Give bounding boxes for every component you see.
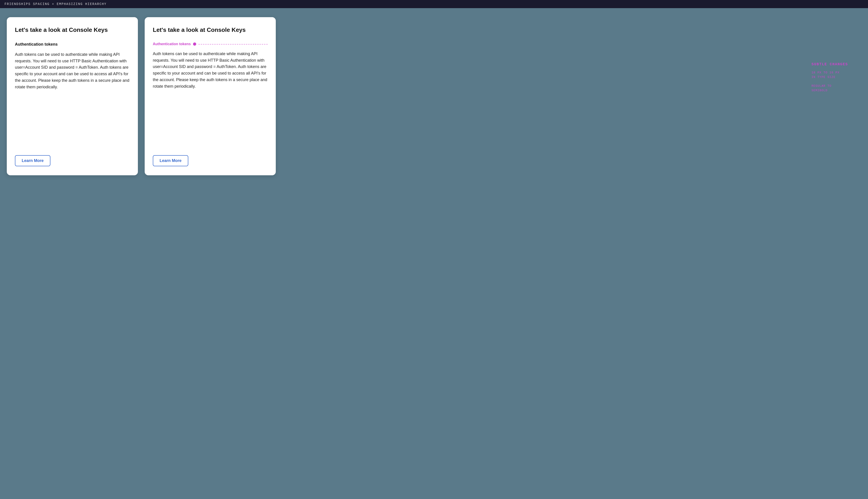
left-card-title: Let's take a look at Console Keys (15, 26, 130, 34)
annotation-title: SUBTLE CHANGES (811, 62, 848, 66)
cards-wrapper: Let's take a look at Console Keys Authen… (7, 17, 805, 175)
top-bar: FRIENDSHIPS SPACING + EMPHASIZING HIERAR… (0, 0, 868, 8)
annotations-panel: SUBTLE CHANGES 18 PX TO 16 PX IN TYPE SI… (811, 17, 861, 97)
annotation-detail-1: 18 PX TO 16 PX IN TYPE SIZE (811, 71, 840, 79)
left-learn-more-button[interactable]: Learn More (15, 155, 50, 166)
annotation-detail-1-text: 18 PX TO 16 PX IN TYPE SIZE (811, 71, 840, 79)
right-card-subtitle-row: Authentication tokens (153, 42, 267, 46)
right-card-title: Let's take a look at Console Keys (153, 26, 267, 34)
left-card: Let's take a look at Console Keys Authen… (7, 17, 138, 175)
dot-indicator (193, 42, 196, 46)
annotation-detail-2: REGULAR TO SEMIBOLD (811, 84, 831, 93)
right-card: Let's take a look at Console Keys Authen… (145, 17, 276, 175)
top-bar-label: FRIENDSHIPS SPACING + EMPHASIZING HIERAR… (4, 2, 107, 6)
dashed-line (199, 44, 267, 45)
left-card-body: Auth tokens can be used to authenticate … (15, 51, 130, 146)
right-learn-more-button[interactable]: Learn More (153, 155, 188, 166)
main-container: Let's take a look at Console Keys Authen… (0, 8, 868, 184)
right-card-body: Auth tokens can be used to authenticate … (153, 51, 267, 146)
annotation-detail-2-text: REGULAR TO SEMIBOLD (811, 84, 831, 92)
left-card-subtitle: Authentication tokens (15, 42, 130, 47)
right-card-subtitle-text: Authentication tokens (153, 42, 191, 46)
